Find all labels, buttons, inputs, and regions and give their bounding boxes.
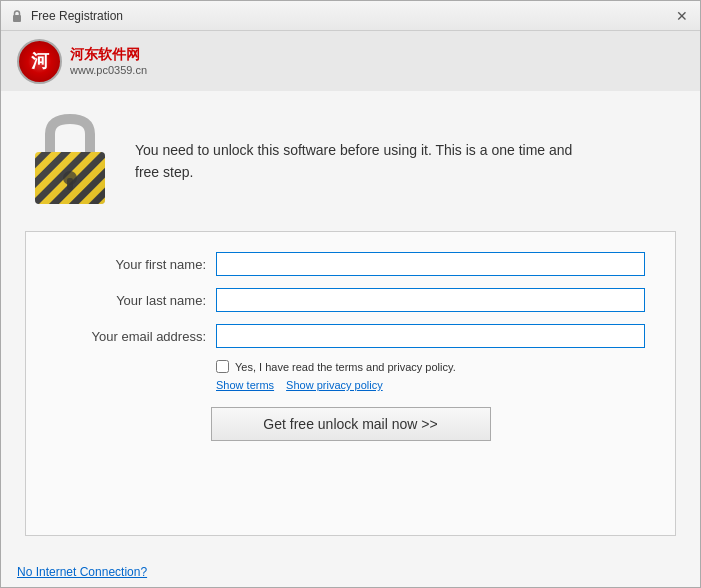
title-bar-left: Free Registration xyxy=(9,8,123,24)
lock-icon-container xyxy=(25,111,115,211)
first-name-input[interactable] xyxy=(216,252,645,276)
submit-button[interactable]: Get free unlock mail now >> xyxy=(211,407,491,441)
watermark-area: 河 河东软件网 www.pc0359.cn xyxy=(1,31,700,91)
close-button[interactable]: ✕ xyxy=(672,6,692,26)
intro-text: You need to unlock this software before … xyxy=(135,139,595,184)
watermark-site-name: 河东软件网 xyxy=(70,46,140,64)
window-icon xyxy=(9,8,25,24)
email-label: Your email address: xyxy=(56,329,216,344)
first-name-row: Your first name: xyxy=(56,252,645,276)
title-bar: Free Registration ✕ xyxy=(1,1,700,31)
form-box: Your first name: Your last name: Your em… xyxy=(25,231,676,536)
first-name-label: Your first name: xyxy=(56,257,216,272)
window-title: Free Registration xyxy=(31,9,123,23)
submit-row: Get free unlock mail now >> xyxy=(56,407,645,441)
terms-row: Yes, I have read the terms and privacy p… xyxy=(216,360,645,373)
show-privacy-link[interactable]: Show privacy policy xyxy=(286,379,383,391)
watermark-logo: 河 xyxy=(17,39,62,84)
links-row: Show terms Show privacy policy xyxy=(216,379,645,391)
last-name-label: Your last name: xyxy=(56,293,216,308)
terms-checkbox[interactable] xyxy=(216,360,229,373)
content-area: You need to unlock this software before … xyxy=(1,91,700,556)
email-row: Your email address: xyxy=(56,324,645,348)
email-input[interactable] xyxy=(216,324,645,348)
last-name-row: Your last name: xyxy=(56,288,645,312)
svg-rect-4 xyxy=(67,178,73,190)
last-name-input[interactable] xyxy=(216,288,645,312)
watermark-text: 河东软件网 www.pc0359.cn xyxy=(70,46,147,76)
svg-rect-0 xyxy=(13,15,21,22)
footer: No Internet Connection? xyxy=(1,556,700,587)
terms-text: Yes, I have read the terms and privacy p… xyxy=(235,361,456,373)
main-window: Free Registration ✕ 河 河东软件网 www.pc0359.c… xyxy=(0,0,701,588)
show-terms-link[interactable]: Show terms xyxy=(216,379,274,391)
watermark-url: www.pc0359.cn xyxy=(70,64,147,76)
top-section: You need to unlock this software before … xyxy=(25,111,676,211)
no-internet-link[interactable]: No Internet Connection? xyxy=(17,565,147,579)
